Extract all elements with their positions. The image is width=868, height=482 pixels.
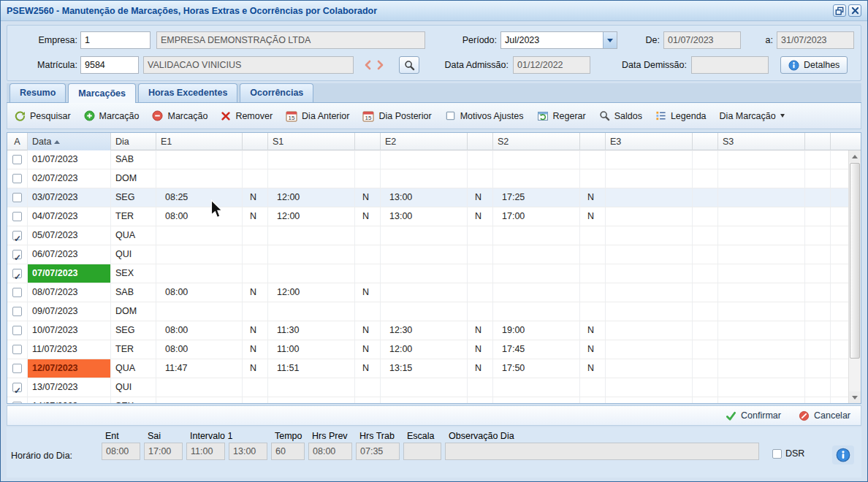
table-row[interactable]: 09/07/2023DOM bbox=[7, 302, 848, 321]
chevron-down-icon[interactable] bbox=[603, 32, 617, 48]
cancelar-button[interactable]: Cancelar bbox=[799, 410, 850, 421]
tempo-field[interactable]: 60 bbox=[271, 443, 305, 460]
row-checkbox[interactable] bbox=[12, 155, 22, 164]
cell-value bbox=[805, 264, 831, 283]
ent-field[interactable]: 08:00 bbox=[102, 443, 140, 460]
column-header-flag[interactable] bbox=[580, 133, 606, 150]
prev-record-icon[interactable] bbox=[361, 58, 374, 72]
table-row[interactable]: 04/07/2023TER08:00N12:00N13:00N17:00N bbox=[7, 207, 848, 226]
row-checkbox[interactable] bbox=[12, 288, 22, 297]
table-row[interactable]: 03/07/2023SEG08:25N12:00N13:00N17:25N bbox=[7, 188, 848, 207]
dia-posterior-button[interactable]: 15 Dia Posterior bbox=[362, 110, 431, 122]
table-row[interactable]: 08/07/2023SAB08:00N12:00N bbox=[7, 283, 848, 302]
escala-field[interactable] bbox=[403, 443, 441, 460]
regerar-button[interactable]: Regerar bbox=[537, 110, 586, 122]
info-button[interactable] bbox=[832, 445, 854, 464]
row-checkbox[interactable] bbox=[12, 231, 22, 240]
cell-value bbox=[718, 188, 805, 207]
matricula-input[interactable] bbox=[80, 56, 139, 74]
column-header-dia[interactable]: Dia bbox=[111, 133, 156, 150]
cell-value bbox=[381, 245, 468, 264]
tab-horas-excedentes[interactable]: Horas Excedentes bbox=[138, 83, 237, 102]
cell-value bbox=[693, 340, 718, 359]
row-checkbox[interactable] bbox=[12, 193, 22, 202]
tab-ocorrencias[interactable]: Ocorrências bbox=[240, 83, 313, 102]
restore-icon[interactable] bbox=[833, 4, 846, 17]
next-record-icon[interactable] bbox=[374, 58, 387, 72]
column-header-s2[interactable]: S2 bbox=[493, 133, 580, 150]
table-row[interactable]: 11/07/2023TER08:00N11:00N12:00N17:45N bbox=[7, 340, 848, 359]
hrs-prev-field[interactable]: 08:00 bbox=[308, 443, 352, 460]
row-checkbox[interactable] bbox=[12, 307, 22, 316]
column-header-flag[interactable] bbox=[693, 133, 718, 150]
pesquisar-button[interactable]: Pesquisar bbox=[15, 110, 71, 121]
legenda-button[interactable]: Legenda bbox=[655, 110, 707, 121]
titlebar[interactable]: PSEW2560 - Manutenção de Marcações, Hora… bbox=[1, 1, 867, 21]
column-header-a[interactable]: A bbox=[7, 133, 28, 150]
row-checkbox[interactable] bbox=[12, 345, 22, 354]
column-header-data[interactable]: Data bbox=[28, 133, 111, 150]
scroll-down-icon[interactable] bbox=[849, 391, 861, 403]
column-header-label: A bbox=[14, 134, 20, 150]
search-button[interactable] bbox=[399, 56, 419, 74]
cell-value bbox=[606, 378, 693, 397]
column-header-flag[interactable] bbox=[355, 133, 381, 150]
intervalo1-fim-field[interactable]: 13:00 bbox=[229, 443, 267, 460]
dia-anterior-button[interactable]: 15 Dia Anterior bbox=[286, 110, 349, 122]
cell-data: 01/07/2023 bbox=[28, 150, 111, 169]
cell-value bbox=[718, 150, 805, 169]
table-row[interactable]: 05/07/2023QUA bbox=[7, 226, 848, 245]
row-checkbox[interactable] bbox=[12, 250, 22, 259]
row-checkbox[interactable] bbox=[12, 402, 22, 403]
row-checkbox[interactable] bbox=[12, 364, 22, 373]
column-header-flag[interactable] bbox=[468, 133, 493, 150]
confirmar-button[interactable]: Confirmar bbox=[726, 410, 781, 421]
hrs-trab-field[interactable]: 07:35 bbox=[356, 443, 400, 460]
table-row[interactable]: 02/07/2023DOM bbox=[7, 169, 848, 188]
column-header-s1[interactable]: S1 bbox=[268, 133, 355, 150]
cell-check bbox=[7, 397, 28, 403]
sai-field[interactable]: 17:00 bbox=[144, 443, 183, 460]
row-checkbox[interactable] bbox=[12, 269, 22, 278]
dia-marcacao-menu-button[interactable]: Dia Marcação bbox=[720, 111, 785, 121]
table-row[interactable]: 14/07/2023SEX bbox=[7, 397, 848, 403]
vertical-scrollbar[interactable] bbox=[848, 150, 861, 403]
excluir-marcacao-button[interactable]: Marcação bbox=[152, 110, 208, 121]
column-header-flag[interactable] bbox=[243, 133, 268, 150]
tab-resumo[interactable]: Resumo bbox=[9, 83, 66, 102]
adicionar-marcacao-button[interactable]: Marcação bbox=[84, 110, 140, 121]
row-checkbox[interactable] bbox=[12, 174, 22, 183]
row-checkbox[interactable] bbox=[12, 383, 22, 392]
table-row[interactable]: 01/07/2023SAB bbox=[7, 150, 848, 169]
row-checkbox[interactable] bbox=[12, 326, 22, 335]
table-row[interactable]: 06/07/2023QUI bbox=[7, 245, 848, 264]
empresa-input[interactable] bbox=[80, 31, 151, 49]
periodo-select[interactable]: Jul/2023 bbox=[500, 31, 617, 49]
cell-value bbox=[268, 169, 355, 188]
close-icon[interactable] bbox=[848, 4, 861, 17]
row-checkbox[interactable] bbox=[12, 212, 22, 221]
column-header-s3[interactable]: S3 bbox=[718, 133, 805, 150]
motivos-ajustes-button[interactable]: Motivos Ajustes bbox=[445, 110, 524, 121]
table-row[interactable]: 07/07/2023SEX bbox=[7, 264, 848, 283]
remover-button[interactable]: Remover bbox=[221, 111, 273, 121]
remover-label: Remover bbox=[235, 111, 273, 121]
scroll-up-icon[interactable] bbox=[849, 150, 861, 162]
column-header-e1[interactable]: E1 bbox=[156, 133, 243, 150]
column-header-e3[interactable]: E3 bbox=[606, 133, 693, 150]
observacao-field[interactable] bbox=[445, 443, 759, 460]
scrollbar-thumb[interactable] bbox=[850, 163, 860, 359]
saldos-button[interactable]: Saldos bbox=[599, 110, 642, 121]
intervalo1-inicio-field[interactable]: 11:00 bbox=[186, 443, 225, 460]
table-row[interactable]: 13/07/2023QUI bbox=[7, 378, 848, 397]
cell-check bbox=[7, 283, 28, 302]
table-row[interactable]: 12/07/2023QUA11:47N11:51N13:15N17:50N bbox=[7, 359, 848, 378]
detalhes-button[interactable]: Detalhes bbox=[780, 56, 848, 74]
cell-value bbox=[381, 150, 468, 169]
column-header-flag[interactable] bbox=[805, 133, 831, 150]
periodo-a-field: 31/07/2023 bbox=[777, 31, 854, 49]
dsr-checkbox[interactable] bbox=[772, 449, 782, 459]
column-header-e2[interactable]: E2 bbox=[381, 133, 468, 150]
table-row[interactable]: 10/07/2023SEG08:00N11:30N12:30N19:00N bbox=[7, 321, 848, 340]
tab-marcacoes[interactable]: Marcações bbox=[68, 83, 136, 103]
